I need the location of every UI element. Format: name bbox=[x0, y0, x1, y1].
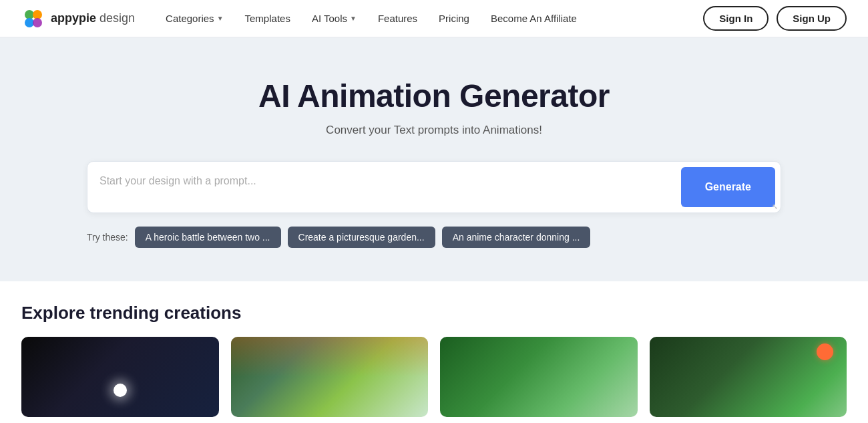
trending-section: Explore trending creations bbox=[0, 281, 868, 417]
nav-label-templates: Templates bbox=[245, 13, 290, 24]
generate-button[interactable]: Generate bbox=[681, 167, 775, 207]
thumbnail-1[interactable] bbox=[21, 337, 219, 417]
thumbnail-3[interactable] bbox=[440, 337, 638, 417]
logo-text: appypie design bbox=[51, 11, 135, 25]
svg-point-0 bbox=[25, 10, 34, 19]
nav-label-features: Features bbox=[378, 13, 417, 24]
nav-label-pricing: Pricing bbox=[439, 13, 469, 24]
thumbnails-row bbox=[21, 337, 847, 417]
hero-title: AI Animation Generator bbox=[258, 78, 610, 114]
chevron-down-icon-2: ▼ bbox=[350, 15, 357, 22]
chevron-down-icon: ▼ bbox=[217, 15, 224, 22]
hero-section: AI Animation Generator Convert your Text… bbox=[0, 37, 868, 281]
nav-links: Categories ▼ Templates AI Tools ▼ Featur… bbox=[156, 7, 698, 29]
svg-point-1 bbox=[33, 10, 42, 19]
logo[interactable]: appypie design bbox=[21, 7, 135, 31]
thumbnail-4[interactable] bbox=[650, 337, 847, 417]
navbar: appypie design Categories ▼ Templates AI… bbox=[0, 0, 868, 37]
nav-label-categories: Categories bbox=[166, 13, 214, 24]
nav-label-ai-tools: AI Tools bbox=[312, 13, 347, 24]
try-chip-1[interactable]: A heroic battle between two ... bbox=[135, 227, 281, 248]
nav-item-templates[interactable]: Templates bbox=[236, 7, 300, 29]
prompt-input[interactable] bbox=[87, 162, 681, 213]
nav-label-affiliate: Become An Affiliate bbox=[491, 13, 577, 24]
prompt-box: Generate ⤡ bbox=[87, 161, 781, 213]
nav-item-affiliate[interactable]: Become An Affiliate bbox=[481, 7, 586, 29]
hero-subtitle: Convert your Text prompts into Animation… bbox=[326, 124, 542, 137]
nav-actions: Sign In Sign Up bbox=[703, 6, 847, 31]
nav-item-ai-tools[interactable]: AI Tools ▼ bbox=[302, 7, 366, 29]
try-chip-3[interactable]: An anime character donning ... bbox=[442, 227, 591, 248]
nav-item-categories[interactable]: Categories ▼ bbox=[156, 7, 232, 29]
try-label: Try these: bbox=[87, 232, 128, 243]
trending-title: Explore trending creations bbox=[21, 303, 847, 323]
sign-in-button[interactable]: Sign In bbox=[703, 6, 769, 31]
nav-item-features[interactable]: Features bbox=[369, 7, 427, 29]
sign-up-button[interactable]: Sign Up bbox=[777, 6, 847, 31]
svg-point-3 bbox=[33, 18, 42, 27]
resize-handle: ⤡ bbox=[772, 202, 778, 211]
logo-icon bbox=[21, 7, 45, 31]
try-chip-2[interactable]: Create a picturesque garden... bbox=[288, 227, 435, 248]
thumbnail-2[interactable] bbox=[231, 337, 429, 417]
svg-point-2 bbox=[25, 18, 34, 27]
try-these-row: Try these: A heroic battle between two .… bbox=[87, 227, 781, 248]
nav-item-pricing[interactable]: Pricing bbox=[429, 7, 479, 29]
